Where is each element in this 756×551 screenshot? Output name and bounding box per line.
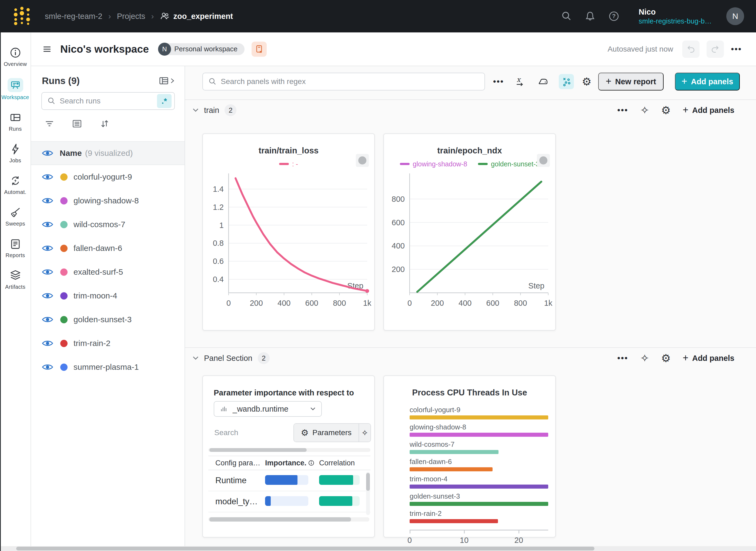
sidebar-item-jobs[interactable]: Jobs bbox=[0, 137, 31, 169]
help-icon[interactable]: ? bbox=[608, 10, 620, 22]
run-color-dot[interactable] bbox=[60, 292, 67, 300]
run-row[interactable]: summer-plasma-1 bbox=[31, 355, 184, 379]
run-name[interactable]: golden-sunset-3 bbox=[73, 315, 131, 324]
run-name[interactable]: colorful-yogurt-9 bbox=[73, 172, 132, 181]
bar-row[interactable]: trim-rain-2 bbox=[410, 509, 555, 523]
bar-row[interactable]: wild-cosmos-7 bbox=[410, 440, 555, 454]
outliers-sampling-button[interactable] bbox=[559, 74, 574, 89]
workspace-settings-gear-icon[interactable]: ⚙ bbox=[582, 76, 592, 87]
run-color-dot[interactable] bbox=[60, 173, 67, 181]
sidebar-item-automat[interactable]: Automat. bbox=[0, 169, 31, 201]
section-title[interactable]: Panel Section bbox=[204, 354, 252, 363]
breadcrumb-team[interactable]: smle-reg-team-2 bbox=[45, 12, 102, 21]
sidebar-item-workspace[interactable]: Workspace bbox=[0, 73, 31, 106]
magic-sparkle-icon[interactable]: ✧ bbox=[640, 353, 649, 364]
horizontal-scrollbar[interactable] bbox=[208, 448, 370, 452]
run-color-dot[interactable] bbox=[60, 316, 67, 323]
run-visibility-eye-icon[interactable] bbox=[42, 197, 53, 205]
column-config-param[interactable]: Config para… bbox=[208, 459, 265, 467]
redo-button[interactable] bbox=[707, 40, 724, 58]
breadcrumb-project[interactable]: zoo_experiment bbox=[160, 11, 233, 21]
magic-sparkle-icon[interactable]: ✧ bbox=[640, 105, 649, 116]
run-name[interactable]: summer-plasma-1 bbox=[73, 363, 139, 372]
run-name[interactable]: glowing-shadow-8 bbox=[73, 196, 139, 205]
search-icon[interactable] bbox=[560, 10, 572, 22]
run-row[interactable]: wild-cosmos-7 bbox=[31, 212, 184, 236]
run-row[interactable]: glowing-shadow-8 bbox=[31, 189, 184, 212]
panel-drag-handle[interactable] bbox=[356, 154, 369, 167]
run-color-dot[interactable] bbox=[60, 268, 67, 276]
table-row[interactable]: model_ty… bbox=[208, 491, 370, 512]
run-visibility-eye-icon[interactable] bbox=[42, 316, 53, 324]
avatar[interactable]: N bbox=[726, 7, 744, 25]
run-name[interactable]: wild-cosmos-7 bbox=[73, 220, 125, 229]
panel-drag-handle[interactable] bbox=[537, 154, 550, 167]
run-color-dot[interactable] bbox=[60, 197, 67, 204]
group-list-icon[interactable] bbox=[72, 118, 82, 129]
runs-search-input[interactable] bbox=[60, 97, 157, 105]
run-color-dot[interactable] bbox=[60, 245, 67, 252]
column-importance[interactable]: Importance. bbox=[265, 459, 319, 467]
chevron-down-icon[interactable] bbox=[192, 107, 200, 113]
run-color-dot[interactable] bbox=[60, 221, 67, 228]
run-visibility-eye-icon[interactable] bbox=[42, 363, 53, 371]
menu-icon[interactable] bbox=[41, 43, 53, 55]
panel-cpu-threads[interactable]: Process CPU Threads In Use colorful-yogu… bbox=[383, 376, 556, 538]
sort-icon[interactable] bbox=[99, 118, 110, 129]
run-visibility-eye-icon[interactable] bbox=[42, 220, 53, 228]
new-report-button[interactable]: + New report bbox=[598, 73, 664, 90]
metric-select-dropdown[interactable]: _wandb.runtime bbox=[214, 401, 322, 417]
vertical-scrollbar[interactable] bbox=[366, 472, 370, 515]
x-axis-settings-button[interactable]: x bbox=[512, 74, 527, 89]
bar-row[interactable]: glowing-shadow-8 bbox=[410, 423, 555, 437]
run-name[interactable]: trim-rain-2 bbox=[73, 339, 110, 348]
chevron-down-icon[interactable] bbox=[192, 355, 200, 361]
run-name[interactable]: fallen-dawn-6 bbox=[73, 243, 122, 253]
run-visibility-eye-icon[interactable] bbox=[42, 268, 53, 276]
panel-search-input[interactable] bbox=[221, 77, 480, 86]
visibility-all-eye-icon[interactable] bbox=[42, 149, 53, 157]
legend-item[interactable]: glowing-shadow-8 bbox=[400, 160, 467, 168]
run-row[interactable]: trim-moon-4 bbox=[31, 284, 184, 308]
run-row[interactable]: golden-sunset-3 bbox=[31, 308, 184, 332]
parameters-button[interactable]: ⚙ Parameters bbox=[294, 424, 359, 442]
run-name[interactable]: trim-moon-4 bbox=[73, 291, 117, 301]
section-add-panels-button[interactable]: + Add panels bbox=[683, 105, 734, 116]
breadcrumb-projects[interactable]: Projects bbox=[117, 12, 145, 21]
sidebar-item-reports[interactable]: Reports bbox=[0, 232, 31, 264]
section-settings-gear-icon[interactable]: ⚙ bbox=[661, 353, 671, 364]
add-panels-button[interactable]: + Add panels bbox=[675, 73, 740, 90]
regex-toggle[interactable]: .* bbox=[157, 94, 171, 108]
bar-row[interactable]: colorful-yogurt-9 bbox=[410, 406, 555, 420]
sidebar-item-artifacts[interactable]: Artifacts bbox=[0, 264, 31, 296]
smoothing-button[interactable] bbox=[535, 74, 551, 89]
bar-row[interactable]: trim-moon-4 bbox=[410, 475, 555, 489]
run-visibility-eye-icon[interactable] bbox=[42, 173, 53, 181]
panels-more-menu[interactable]: ••• bbox=[493, 77, 504, 86]
horizontal-scrollbar[interactable] bbox=[208, 517, 369, 522]
bar-row[interactable]: golden-sunset-3 bbox=[410, 492, 555, 506]
user-info[interactable]: Nico smle-registries-bug-b… bbox=[639, 7, 712, 26]
magic-fill-button[interactable]: ✧ bbox=[359, 424, 370, 442]
run-visibility-eye-icon[interactable] bbox=[42, 244, 53, 252]
run-color-dot[interactable] bbox=[60, 340, 67, 347]
run-row[interactable]: colorful-yogurt-9 bbox=[31, 165, 184, 189]
sidebar-item-overview[interactable]: Overview bbox=[0, 41, 31, 73]
section-more-menu[interactable]: ••• bbox=[618, 106, 629, 115]
section-title[interactable]: train bbox=[204, 106, 219, 115]
legend-item[interactable]: golden-sunset-3 bbox=[478, 160, 539, 168]
bar-row[interactable]: fallen-dawn-6 bbox=[410, 458, 555, 471]
bar-chart[interactable]: colorful-yogurt-9glowing-shadow-8wild-co… bbox=[410, 406, 555, 523]
section-more-menu[interactable]: ••• bbox=[618, 354, 629, 363]
user-org-link[interactable]: smle-registries-bug-b… bbox=[639, 17, 712, 26]
panel-parameter-importance[interactable]: Parameter importance with respect to _wa… bbox=[203, 376, 375, 538]
column-correlation[interactable]: Correlation bbox=[319, 459, 370, 467]
run-color-dot[interactable] bbox=[60, 364, 67, 371]
runs-table-expand-button[interactable] bbox=[158, 75, 175, 86]
run-name[interactable]: exalted-surf-5 bbox=[73, 267, 123, 277]
workspace-more-menu[interactable]: ••• bbox=[731, 45, 742, 54]
panel-epoch-ndx[interactable]: train/epoch_ndx glowing-shadow-8golden-s… bbox=[383, 133, 556, 331]
sidebar-item-sweeps[interactable]: Sweeps bbox=[0, 201, 31, 232]
section-add-panels-button[interactable]: + Add panels bbox=[683, 353, 734, 364]
workspace-badge[interactable]: N Personal workspace bbox=[158, 43, 245, 56]
